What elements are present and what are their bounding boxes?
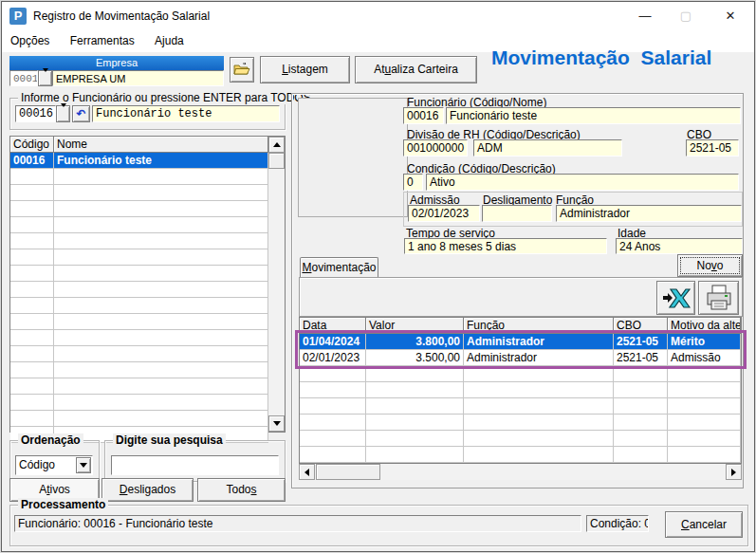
employee-row-empty[interactable] [10, 249, 268, 266]
cell [54, 362, 268, 378]
cbo-field[interactable]: 2521-05 [686, 139, 739, 157]
novo-button[interactable]: Novo [677, 254, 743, 277]
employee-row-empty[interactable] [10, 346, 268, 362]
employee-grid-body: 00016Funcionário teste [10, 153, 268, 443]
employee-row-empty[interactable] [10, 395, 268, 411]
undo-button[interactable]: ↶ [72, 105, 90, 122]
movement-header-motivo[interactable]: Motivo da altera [668, 318, 741, 334]
cell [300, 447, 366, 463]
scroll-up-button[interactable] [268, 137, 285, 153]
empresa-dropdown-button[interactable] [38, 70, 52, 86]
empresa-name-field[interactable]: EMPRESA UM [52, 70, 224, 86]
scroll-left-button[interactable] [299, 464, 315, 480]
cell: 3.800,00 [366, 334, 464, 350]
desligamento-field[interactable] [482, 205, 552, 222]
movement-hscrollbar[interactable] [299, 464, 742, 480]
movement-header-funcao[interactable]: Função [464, 318, 614, 334]
employee-row-empty[interactable] [10, 298, 268, 314]
folder-open-icon [233, 63, 250, 76]
menu-opcoes[interactable]: Opções [2, 30, 58, 51]
atualiza-carteira-button[interactable]: Atualiza Carteira [355, 56, 477, 83]
scroll-down-button[interactable] [268, 415, 285, 432]
movement-header-valor[interactable]: Valor [366, 318, 464, 334]
desligados-button[interactable]: Desligados [101, 478, 194, 502]
employee-grid-header-codigo[interactable]: Código [10, 137, 54, 153]
cell [464, 398, 614, 415]
employee-grid-scrollbar[interactable] [268, 153, 285, 432]
employee-row-empty[interactable] [10, 169, 268, 185]
title-bar[interactable]: P Registro de Movimentação Salarial — ▢ … [2, 2, 754, 30]
scrollbar-thumb[interactable] [268, 153, 285, 169]
cell [614, 398, 668, 415]
employee-row-empty[interactable] [10, 378, 268, 395]
employee-row-empty[interactable] [10, 217, 268, 233]
employee-grid-header-nome[interactable]: Nome [54, 137, 268, 153]
movement-row-empty[interactable] [300, 415, 741, 431]
tab-movimentacao[interactable]: Movimentação [300, 257, 378, 278]
funcionario-code-field[interactable]: 00016 [403, 107, 444, 124]
employee-name-field[interactable]: Funcionário teste [92, 105, 280, 122]
cell [10, 346, 54, 362]
cell [366, 382, 464, 398]
minimize-button[interactable]: — [626, 2, 664, 30]
funcao-field[interactable]: Administrador [556, 205, 742, 222]
tempo-servico-field[interactable]: 1 ano 8 meses 5 dias [404, 238, 607, 254]
employee-code-input[interactable]: 00016 [15, 105, 56, 122]
employee-photo-placeholder [298, 98, 408, 217]
cell [300, 366, 366, 382]
employee-row-empty[interactable] [10, 362, 268, 378]
cell [614, 366, 668, 382]
todos-button[interactable]: Todos [197, 478, 286, 502]
movement-row-empty[interactable] [300, 382, 741, 398]
hscrollbar-thumb[interactable] [316, 464, 380, 480]
menu-ajuda[interactable]: Ajuda [146, 30, 193, 51]
close-button[interactable]: ✕ [711, 2, 749, 30]
movement-row[interactable]: 02/01/20233.500,00Administrador2521-05Ad… [300, 350, 741, 366]
scroll-right-button[interactable] [726, 464, 742, 480]
empresa-code-field[interactable]: 0001 [9, 70, 38, 86]
divisao-code-field[interactable]: 001000000 [403, 139, 468, 157]
funcionario-name-field[interactable]: Funcionário teste [446, 107, 741, 124]
employee-row-empty[interactable] [10, 314, 268, 330]
cell [614, 431, 668, 447]
condicao-code-field[interactable]: 0 [403, 174, 423, 191]
divisao-desc-field[interactable]: ADM [473, 139, 622, 157]
employee-dropdown-button[interactable] [56, 105, 70, 122]
employee-row-empty[interactable] [10, 282, 268, 298]
employee-row-empty[interactable] [10, 266, 268, 282]
idade-field[interactable]: 24 Anos [616, 238, 743, 254]
employee-row-empty[interactable] [10, 185, 268, 201]
movement-row-empty[interactable] [300, 366, 741, 382]
cell [10, 314, 54, 330]
movement-row-empty[interactable] [300, 431, 741, 447]
export-excel-button[interactable] [656, 281, 695, 315]
ordenacao-dropdown-button[interactable] [76, 457, 91, 473]
cell [668, 398, 741, 415]
movement-row[interactable]: 01/04/20243.800,00Administrador2521-05Mé… [300, 334, 741, 350]
cell [54, 217, 268, 233]
print-button[interactable] [698, 281, 739, 315]
cancelar-button[interactable]: Cancelar [665, 511, 743, 538]
employee-row-empty[interactable] [10, 330, 268, 346]
cell: 01/04/2024 [300, 334, 366, 350]
triangle-up-icon [273, 142, 281, 147]
employee-row-empty[interactable] [10, 233, 268, 249]
listagem-button[interactable]: Listagem [260, 56, 350, 83]
movement-row-empty[interactable] [300, 447, 741, 463]
admissao-field[interactable]: 02/01/2023 [408, 205, 480, 222]
employee-row-empty[interactable] [10, 411, 268, 427]
pesquisa-input[interactable] [111, 455, 279, 475]
menu-ferramentas[interactable]: Ferramentas [62, 30, 143, 51]
movement-row-empty[interactable] [300, 398, 741, 415]
cell [10, 395, 54, 411]
employee-row[interactable]: 00016Funcionário teste [10, 153, 268, 169]
condicao-desc-field[interactable]: Ativo [426, 174, 739, 191]
ordenacao-select[interactable]: Código [15, 455, 93, 475]
cell: 00016 [10, 153, 54, 169]
open-folder-button[interactable] [230, 57, 254, 83]
movement-header-data[interactable]: Data [300, 318, 366, 334]
movement-header-cbo[interactable]: CBO [614, 318, 668, 334]
employee-row-empty[interactable] [10, 201, 268, 217]
undo-arrow-icon: ↶ [76, 107, 85, 120]
cell [10, 266, 54, 282]
